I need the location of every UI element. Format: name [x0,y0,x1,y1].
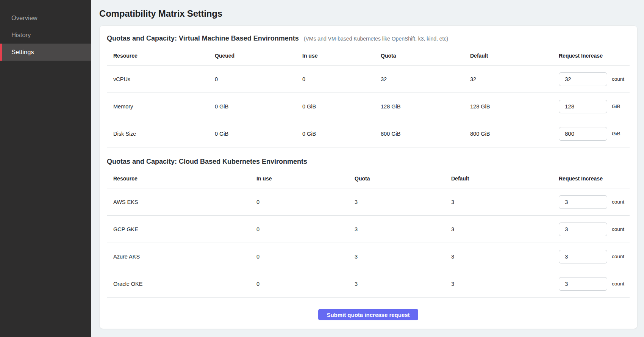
sidebar-item-history[interactable]: History [0,27,91,44]
vcpus-quota-cell: 32 [381,76,470,82]
vm-col-in-use: In use [302,53,381,59]
page-title: Compatibility Matrix Settings [99,8,638,19]
aws-eks-resource-cell: AWS EKS [113,199,256,205]
table-row-memory: Memory 0 GiB 0 GiB 128 GiB 128 GiB GiB [107,93,630,120]
vcpus-queued-cell: 0 [215,76,302,82]
oracle-oke-default-cell: 3 [451,281,559,287]
vcpus-resource-cell: vCPUs [113,76,215,82]
cloud-quota-table: Resource In use Quota Default Request In… [107,166,630,298]
cloud-col-request-increase: Request Increase [559,176,630,182]
cloud-col-default: Default [451,176,559,182]
cloud-col-quota: Quota [355,176,451,182]
vm-table-header: Resource Queued In use Quota Default Req… [107,43,630,66]
oracle-oke-in-use-cell: 0 [256,281,355,287]
disk-unit-label: GiB [612,131,621,136]
sidebar-item-settings[interactable]: Settings [0,44,91,61]
gcp-gke-request-cell: count [559,223,630,236]
main-content: Compatibility Matrix Settings Quotas and… [91,0,644,329]
sidebar-item-overview-label: Overview [11,14,38,22]
azure-aks-unit-label: count [612,254,624,259]
vcpus-request-input[interactable] [559,72,607,86]
memory-in-use-cell: 0 GiB [302,103,381,110]
vm-col-default: Default [470,53,559,59]
disk-resource-cell: Disk Size [113,131,215,137]
table-row-azure-aks: Azure AKS 0 3 3 count [107,243,630,270]
active-indicator-bar [0,44,2,61]
table-row-oracle-oke: Oracle OKE 0 3 3 count [107,270,630,298]
cloud-col-resource: Resource [113,176,256,182]
vcpus-default-cell: 32 [470,76,559,82]
disk-request-input[interactable] [559,127,607,141]
vm-col-resource: Resource [113,53,215,59]
quota-settings-card: Quotas and Capacity: Virtual Machine Bas… [99,25,638,329]
sidebar-item-settings-label: Settings [11,49,34,56]
sidebar-item-history-label: History [11,31,31,39]
gcp-gke-default-cell: 3 [451,226,559,232]
table-row-disk-size: Disk Size 0 GiB 0 GiB 800 GiB 800 GiB Gi… [107,120,630,147]
memory-request-cell: GiB [559,100,630,113]
disk-queued-cell: 0 GiB [215,131,302,137]
memory-default-cell: 128 GiB [470,103,559,110]
sidebar: Overview History Settings [0,0,91,337]
sidebar-item-overview[interactable]: Overview [0,9,91,27]
azure-aks-request-cell: count [559,250,630,263]
table-row-aws-eks: AWS EKS 0 3 3 count [107,188,630,216]
aws-eks-quota-cell: 3 [355,199,451,205]
disk-quota-cell: 800 GiB [381,131,470,137]
gcp-gke-quota-cell: 3 [355,226,451,232]
vm-col-quota: Quota [381,53,470,59]
aws-eks-request-cell: count [559,195,630,209]
oracle-oke-resource-cell: Oracle OKE [113,281,256,287]
table-row-gcp-gke: GCP GKE 0 3 3 count [107,216,630,243]
cloud-section-heading-text: Quotas and Capacity: Cloud Based Kuberne… [107,158,307,165]
cloud-table-header: Resource In use Quota Default Request In… [107,166,630,188]
gcp-gke-resource-cell: GCP GKE [113,226,256,232]
submit-quota-button[interactable]: Submit quota increase request [318,309,418,320]
cloud-col-in-use: In use [256,176,355,182]
azure-aks-default-cell: 3 [451,254,559,260]
aws-eks-request-input[interactable] [559,195,607,209]
disk-request-cell: GiB [559,127,630,141]
memory-queued-cell: 0 GiB [215,103,302,110]
disk-in-use-cell: 0 GiB [302,131,381,137]
oracle-oke-unit-label: count [612,281,624,287]
memory-unit-label: GiB [612,103,621,109]
vm-section-heading: Quotas and Capacity: Virtual Machine Bas… [107,34,630,43]
azure-aks-in-use-cell: 0 [256,254,355,260]
memory-request-input[interactable] [559,100,607,113]
table-row-vcpus: vCPUs 0 0 32 32 count [107,66,630,93]
vm-col-queued: Queued [215,53,302,59]
cloud-section-heading: Quotas and Capacity: Cloud Based Kuberne… [107,157,630,166]
oracle-oke-request-input[interactable] [559,277,607,291]
aws-eks-default-cell: 3 [451,199,559,205]
gcp-gke-request-input[interactable] [559,223,607,236]
submit-row: Submit quota increase request [107,298,630,329]
azure-aks-quota-cell: 3 [355,254,451,260]
oracle-oke-request-cell: count [559,277,630,291]
gcp-gke-unit-label: count [612,226,624,232]
azure-aks-resource-cell: Azure AKS [113,254,256,260]
vm-section-subtitle: (VMs and VM-based Kubernetes like OpenSh… [304,36,448,42]
disk-default-cell: 800 GiB [470,131,559,137]
vcpus-unit-label: count [612,76,624,82]
azure-aks-request-input[interactable] [559,250,607,263]
vm-section-heading-text: Quotas and Capacity: Virtual Machine Bas… [107,34,299,42]
oracle-oke-quota-cell: 3 [355,281,451,287]
vcpus-request-cell: count [559,72,630,86]
vm-col-request-increase: Request Increase [559,53,630,59]
vm-quota-table: Resource Queued In use Quota Default Req… [107,43,630,147]
aws-eks-unit-label: count [612,199,624,205]
memory-quota-cell: 128 GiB [381,103,470,110]
aws-eks-in-use-cell: 0 [256,199,355,205]
memory-resource-cell: Memory [113,103,215,110]
gcp-gke-in-use-cell: 0 [256,226,355,232]
vcpus-in-use-cell: 0 [302,76,381,82]
